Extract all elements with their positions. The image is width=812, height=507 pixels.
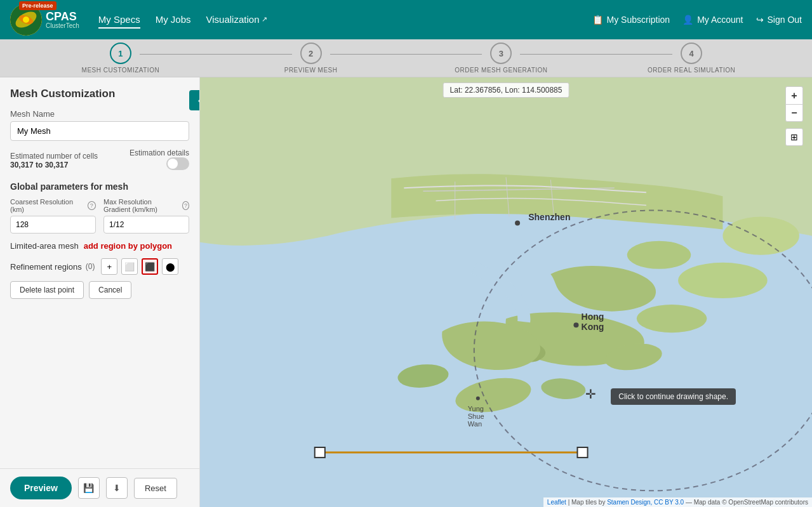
global-params-title: Global parameters for mesh xyxy=(10,181,189,192)
refinement-row: Refinement regions (0) + ⬜ ⬛ ⬤ xyxy=(10,258,189,275)
estimation-row: Estimated number of cells 30,317 to 30,3… xyxy=(10,148,189,173)
coarsest-input[interactable] xyxy=(10,216,96,234)
svg-rect-15 xyxy=(315,447,325,458)
external-link-icon: ↗ xyxy=(262,15,267,23)
account-icon: 👤 xyxy=(682,15,693,25)
logo-text: CPAS ClusterTech xyxy=(46,11,79,29)
step-label-2: PREVIEW MESH xyxy=(284,67,338,74)
map-svg: Shenzhen Hong Kong Yung Shue Wan xyxy=(200,77,812,507)
stamen-link: Stamen Design, CC BY 3.0 xyxy=(607,499,684,506)
svg-text:Wan: Wan xyxy=(468,420,482,428)
svg-point-3 xyxy=(23,16,29,23)
add-region-by-polygon-button[interactable]: add region by polygon xyxy=(84,241,172,251)
zoom-in-button[interactable]: + xyxy=(785,86,803,104)
svg-text:Shenzhen: Shenzhen xyxy=(528,212,570,222)
nav-my-specs[interactable]: My Specs xyxy=(98,11,140,29)
step-circle-2: 2 xyxy=(300,43,322,64)
reset-button[interactable]: Reset xyxy=(134,478,177,499)
max-gradient-group: Max Resolution Gradient (km/km) ? xyxy=(103,198,189,234)
stepper: 1 MESH CUSTOMIZATION 2 PREVIEW MESH 3 OR… xyxy=(0,39,812,77)
account-link[interactable]: 👤 My Account xyxy=(682,15,743,25)
logo-sub-text: ClusterTech xyxy=(46,22,79,29)
map-area[interactable]: Shenzhen Hong Kong Yung Shue Wan Lat: 22… xyxy=(200,77,812,507)
limited-area-row: Limited-area mesh add region by polygon xyxy=(10,241,189,251)
polygon-tool-button[interactable]: ⬛ xyxy=(142,258,158,275)
mesh-name-input[interactable] xyxy=(10,121,189,141)
bottom-toolbar: Preview 💾 ⬇ Reset xyxy=(0,468,200,507)
max-grad-info-icon[interactable]: ? xyxy=(182,201,189,210)
action-buttons-row: Delete last point Cancel xyxy=(10,281,189,299)
footer-separator2: — Map data © xyxy=(686,499,727,506)
nav-visualization[interactable]: Visualization ↗ xyxy=(206,11,268,29)
mesh-name-label: Mesh Name xyxy=(10,109,189,119)
step-label-4: ORDER REAL SIMULATION xyxy=(648,67,735,74)
max-grad-label: Max Resolution Gradient (km/km) ? xyxy=(103,198,189,213)
map-layers-button[interactable]: ⊞ xyxy=(785,128,803,146)
params-row: Coarsest Resolution (km) ? Max Resolutio… xyxy=(10,198,189,234)
layers-icon: ⊞ xyxy=(790,132,798,142)
step-4[interactable]: 4 ORDER REAL SIMULATION xyxy=(596,43,787,74)
logo-area: CPAS ClusterTech Pre-release xyxy=(10,4,79,36)
coarsest-label: Coarsest Resolution (km) ? xyxy=(10,198,96,213)
refinement-label: Refinement regions xyxy=(10,262,82,272)
leaflet-link[interactable]: Leaflet xyxy=(547,499,566,506)
map-footer: Leaflet | Map tiles by Stamen Design, CC… xyxy=(543,497,812,507)
svg-point-17 xyxy=(515,221,520,226)
step-2[interactable]: 2 PREVIEW MESH xyxy=(216,43,406,74)
sign-out-icon: ↪ xyxy=(756,15,764,25)
save-icon: 💾 xyxy=(83,483,94,493)
estimation-value: 30,317 to 30,317 xyxy=(10,161,98,169)
step-circle-1: 1 xyxy=(110,43,131,64)
limited-area-label: Limited-area mesh xyxy=(10,241,79,251)
subscription-link[interactable]: 📋 My Subscription xyxy=(592,15,670,25)
svg-text:Shue: Shue xyxy=(468,412,484,420)
coordinate-display: Lat: 22.367856, Lon: 114.500885 xyxy=(443,82,569,98)
rectangle-tool-button[interactable]: ⬜ xyxy=(121,258,138,275)
step-label-3: ORDER MESH GENERATION xyxy=(455,67,547,74)
subscription-icon: 📋 xyxy=(592,15,603,25)
step-1[interactable]: 1 MESH CUSTOMIZATION xyxy=(25,43,216,74)
sign-out-link[interactable]: ↪ Sign Out xyxy=(756,15,802,25)
sidebar-title: Mesh Customization xyxy=(10,88,189,100)
estimation-label: Estimated number of cells xyxy=(10,152,98,161)
coarsest-info-icon[interactable]: ? xyxy=(88,201,96,210)
step-circle-4: 4 xyxy=(681,43,702,64)
download-icon-button[interactable]: ⬇ xyxy=(106,477,128,499)
svg-point-22 xyxy=(476,397,480,400)
svg-rect-16 xyxy=(577,447,587,458)
estimation-details-label: Estimation details xyxy=(130,148,189,157)
zoom-controls: + − xyxy=(785,86,803,122)
svg-point-9 xyxy=(637,305,707,333)
svg-text:Kong: Kong xyxy=(581,322,604,332)
logo-cpas-text: CPAS xyxy=(46,11,79,22)
sidebar: ‹ Mesh Customization Mesh Name Estimated… xyxy=(0,77,200,507)
save-icon-button[interactable]: 💾 xyxy=(78,477,100,499)
step-circle-3: 3 xyxy=(490,43,512,64)
add-refinement-button[interactable]: + xyxy=(101,258,117,275)
sidebar-content: Mesh Customization Mesh Name Estimated n… xyxy=(10,88,189,497)
delete-last-point-button[interactable]: Delete last point xyxy=(10,281,84,299)
svg-point-19 xyxy=(573,322,578,327)
max-grad-input[interactable] xyxy=(103,216,189,234)
zoom-out-button[interactable]: − xyxy=(785,104,803,122)
step-3[interactable]: 3 ORDER MESH GENERATION xyxy=(406,43,597,74)
svg-text:Hong: Hong xyxy=(581,312,604,322)
preview-button[interactable]: Preview xyxy=(10,477,72,499)
sidebar-collapse-button[interactable]: ‹ xyxy=(189,90,200,110)
cancel-button[interactable]: Cancel xyxy=(89,281,131,299)
coarsest-resolution-group: Coarsest Resolution (km) ? xyxy=(10,198,96,234)
svg-text:Yung: Yung xyxy=(468,405,484,412)
svg-point-10 xyxy=(678,263,768,298)
footer-separator: | Map tiles by xyxy=(568,499,606,506)
header: CPAS ClusterTech Pre-release My Specs My… xyxy=(0,0,812,39)
main-layout: ‹ Mesh Customization Mesh Name Estimated… xyxy=(0,77,812,507)
header-right: 📋 My Subscription 👤 My Account ↪ Sign Ou… xyxy=(592,15,802,25)
estimation-details-toggle[interactable] xyxy=(166,157,189,170)
step-label-1: MESH CUSTOMIZATION xyxy=(82,67,160,74)
nav-my-jobs[interactable]: My Jobs xyxy=(156,11,191,29)
circle-tool-button[interactable]: ⬤ xyxy=(162,258,178,275)
svg-point-11 xyxy=(722,217,799,255)
svg-point-12 xyxy=(627,241,691,269)
footer-contributors: contributors xyxy=(775,499,808,506)
refinement-count: (0) xyxy=(86,262,95,271)
